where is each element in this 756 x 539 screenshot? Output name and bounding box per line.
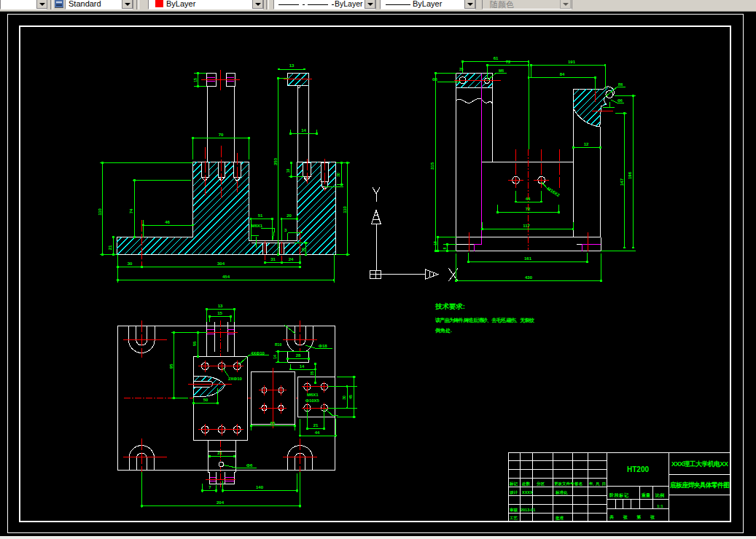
svg-text:28: 28 — [296, 353, 301, 358]
svg-text:31: 31 — [270, 257, 276, 261]
svg-text:8: 8 — [443, 247, 447, 249]
svg-text:该产品为铸件,铸造后清砂、去毛坯,磁伤、无裂纹: 该产品为铸件,铸造后清砂、去毛坯,磁伤、无裂纹 — [434, 317, 534, 323]
svg-text:15: 15 — [193, 78, 198, 82]
svg-text:10: 10 — [286, 169, 290, 173]
svg-text:61: 61 — [494, 56, 499, 60]
svg-text:30: 30 — [336, 173, 340, 177]
svg-text:1:1: 1:1 — [657, 504, 663, 508]
svg-text:21: 21 — [217, 451, 222, 455]
svg-text:Φ6: Φ6 — [246, 463, 253, 468]
svg-text:M6X1: M6X1 — [252, 224, 263, 228]
svg-text:21: 21 — [313, 423, 319, 428]
svg-text:74: 74 — [129, 208, 133, 213]
svg-text:工艺: 工艺 — [509, 516, 518, 520]
svg-text:HT200: HT200 — [627, 465, 649, 473]
svg-text:350: 350 — [273, 157, 278, 165]
svg-text:12: 12 — [584, 142, 589, 146]
svg-text:比例: 比例 — [655, 492, 664, 498]
svg-text:13: 13 — [289, 63, 295, 68]
svg-text:重量: 重量 — [641, 492, 650, 497]
svg-text:46: 46 — [165, 220, 170, 224]
svg-text:Φ10X5: Φ10X5 — [305, 398, 320, 403]
svg-text:30: 30 — [128, 261, 133, 266]
svg-text:技术要求:: 技术要求: — [434, 302, 465, 310]
svg-text:M6X1: M6X1 — [307, 393, 319, 397]
svg-text:110: 110 — [98, 208, 102, 216]
svg-text:签名: 签名 — [574, 481, 582, 487]
svg-text:140: 140 — [256, 485, 264, 489]
svg-text:191: 191 — [568, 60, 576, 64]
svg-text:70: 70 — [219, 133, 224, 137]
svg-text:XXX理工大学机电XX: XXX理工大学机电XX — [671, 460, 728, 468]
svg-text:51: 51 — [258, 213, 263, 218]
svg-text:批准: 批准 — [555, 516, 564, 521]
svg-text:13: 13 — [218, 304, 223, 308]
svg-text:55: 55 — [192, 341, 197, 346]
svg-text:Φ6: Φ6 — [617, 98, 623, 103]
svg-text:标记: 标记 — [509, 481, 518, 487]
svg-text:147: 147 — [620, 178, 624, 186]
svg-text:Φ6: Φ6 — [432, 77, 437, 82]
svg-text:117: 117 — [523, 224, 530, 228]
svg-text:倒角处.: 倒角处. — [434, 328, 452, 334]
svg-text:44: 44 — [526, 197, 531, 201]
svg-text:161: 161 — [524, 256, 532, 261]
svg-text:14: 14 — [301, 128, 306, 133]
svg-text:2013-01: 2013-01 — [521, 508, 535, 512]
svg-text:XXXX: XXXX — [522, 490, 533, 495]
svg-text:15: 15 — [217, 311, 222, 315]
svg-text:阶段标记: 阶段标记 — [609, 492, 629, 498]
svg-text:更改文件号: 更改文件号 — [554, 481, 574, 487]
svg-text:35: 35 — [459, 67, 464, 71]
svg-text:454: 454 — [222, 275, 230, 279]
svg-text:分区: 分区 — [536, 481, 545, 487]
svg-text:84: 84 — [560, 72, 565, 76]
svg-text:处数: 处数 — [521, 481, 531, 487]
svg-text:底板座焊夹具体零件图: 底板座焊夹具体零件图 — [669, 481, 730, 489]
svg-text:204: 204 — [217, 500, 225, 505]
svg-text:审核: 审核 — [510, 508, 518, 513]
svg-text:4XΦ10: 4XΦ10 — [251, 351, 265, 355]
svg-text:50: 50 — [203, 398, 209, 402]
svg-text:304: 304 — [217, 261, 225, 266]
svg-text:年、月、日: 年、月、日 — [588, 481, 606, 487]
svg-text:14: 14 — [273, 355, 277, 359]
svg-text:Φ18: Φ18 — [319, 344, 327, 348]
svg-text:标准化: 标准化 — [555, 490, 568, 495]
svg-text:R6: R6 — [618, 82, 623, 87]
svg-text:95: 95 — [169, 363, 174, 369]
svg-text:430: 430 — [525, 275, 533, 280]
svg-text:315: 315 — [430, 162, 434, 170]
svg-text:18: 18 — [433, 241, 437, 245]
svg-text:72: 72 — [506, 60, 511, 64]
svg-text:30: 30 — [342, 396, 346, 400]
svg-text:M6: M6 — [499, 68, 504, 73]
svg-text:2XΦ10: 2XΦ10 — [228, 377, 243, 381]
svg-text:设计: 设计 — [510, 490, 518, 495]
svg-text:15: 15 — [301, 248, 305, 252]
svg-text:21: 21 — [108, 245, 112, 250]
svg-text:R10: R10 — [275, 342, 281, 347]
svg-text:44: 44 — [315, 430, 320, 435]
svg-text:45: 45 — [348, 395, 353, 399]
svg-text:196: 196 — [628, 171, 632, 179]
svg-text:110: 110 — [343, 206, 347, 213]
svg-text:24: 24 — [289, 257, 294, 261]
svg-text:72: 72 — [526, 207, 531, 211]
svg-text:65: 65 — [270, 421, 276, 425]
svg-text:35: 35 — [310, 371, 314, 376]
svg-text:14: 14 — [300, 364, 305, 369]
svg-text:20: 20 — [287, 213, 292, 218]
